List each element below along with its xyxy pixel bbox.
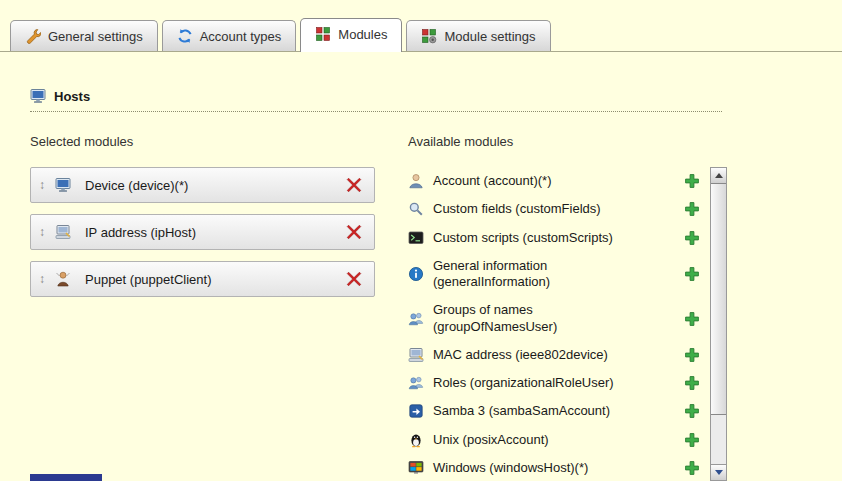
module-label: Custom scripts (customScripts) [433,230,651,246]
group-icon [408,311,424,327]
modules-icon [315,26,331,42]
tab-module-settings[interactable]: Module settings [406,20,550,51]
selected-modules-column: Selected modules ↕Device (device)(*)↕IP … [30,134,382,481]
lam-config-page: General settingsAccount typesModulesModu… [0,0,842,481]
remove-module-button[interactable] [346,177,362,193]
add-module-button[interactable] [684,173,700,189]
module-label: Samba 3 (sambaSamAccount) [433,403,651,419]
hosts-icon [30,88,46,104]
available-modules-heading: Available modules [408,134,738,149]
module-label: Puppet (puppetClient) [85,272,346,287]
add-module-button[interactable] [684,460,700,476]
tab-bar: General settingsAccount typesModulesModu… [0,0,842,52]
add-module-button[interactable] [684,375,700,391]
samba-icon [408,403,424,419]
section-heading: Hosts [30,88,722,112]
module-label: Windows (windowsHost)(*) [433,460,651,476]
remove-module-button[interactable] [346,224,362,240]
available-module-row: MAC address (ieee802device) [408,341,708,369]
module-label: Account (account)(*) [433,173,651,189]
available-module-row: Account (account)(*) [408,167,708,195]
info-icon [408,266,424,282]
available-modules-wrap: Account (account)(*)Custom fields (custo… [408,167,738,481]
module-label: Device (device)(*) [85,178,346,193]
selected-module-row: ↕IP address (ipHost) [30,214,375,250]
group-icon [408,375,424,391]
available-module-row: Unix (posixAccount) [408,426,708,454]
add-module-button[interactable] [684,403,700,419]
module-label: General information (generalInformation) [433,258,651,291]
selected-modules-heading: Selected modules [30,134,382,149]
scrollbar-thumb[interactable] [711,183,726,415]
drag-handle-icon[interactable]: ↕ [39,272,45,286]
selected-modules-list: ↕Device (device)(*)↕IP address (ipHost)↕… [30,167,382,297]
user-icon [408,173,424,189]
cut-off-section-edge [30,474,102,481]
add-module-button[interactable] [684,230,700,246]
selected-module-row: ↕Device (device)(*) [30,167,375,203]
down-arrow-icon [715,470,723,475]
monitor-icon [55,177,71,193]
up-arrow-icon [715,173,723,178]
search-icon [408,201,424,217]
terminal-icon [408,230,424,246]
workstation-icon [408,347,424,363]
workstation-icon [55,224,71,240]
add-module-button[interactable] [684,347,700,363]
content-area: Hosts Selected modules ↕Device (device)(… [0,52,842,481]
available-module-row: Samba 3 (sambaSamAccount) [408,397,708,425]
puppet-icon [55,271,71,287]
tab-modules[interactable]: Modules [300,18,402,52]
tab-general-settings[interactable]: General settings [10,20,158,51]
scrollbar[interactable] [710,167,727,481]
available-module-row: Roles (organizationalRoleUser) [408,369,708,397]
drag-handle-icon[interactable]: ↕ [39,178,45,192]
module-label: Roles (organizationalRoleUser) [433,375,651,391]
add-module-button[interactable] [684,266,700,282]
remove-module-button[interactable] [346,271,362,287]
available-module-row: Custom fields (customFields) [408,195,708,223]
available-module-row: Windows (windowsHost)(*) [408,454,708,481]
unix-icon [408,432,424,448]
available-module-row: Custom scripts (customScripts) [408,224,708,252]
available-module-row: Groups of names (groupOfNamesUser) [408,296,708,341]
available-modules-list: Account (account)(*)Custom fields (custo… [408,167,708,481]
tab-label: Account types [200,29,282,44]
add-module-button[interactable] [684,311,700,327]
module-settings-icon [421,28,437,44]
sync-icon [177,28,193,44]
available-module-row: General information (generalInformation) [408,252,708,297]
add-module-button[interactable] [684,201,700,217]
available-modules-column: Available modules Account (account)(*)Cu… [408,134,738,481]
tab-account-types[interactable]: Account types [162,20,297,51]
scrollbar-down-button[interactable] [711,464,726,480]
add-module-button[interactable] [684,432,700,448]
modules-columns: Selected modules ↕Device (device)(*)↕IP … [30,134,842,481]
windows-icon [408,460,424,476]
module-label: Custom fields (customFields) [433,201,651,217]
module-label: MAC address (ieee802device) [433,347,651,363]
module-label: IP address (ipHost) [85,225,346,240]
tools-icon [25,28,41,44]
section-title: Hosts [54,89,90,104]
scrollbar-up-button[interactable] [711,168,726,184]
drag-handle-icon[interactable]: ↕ [39,225,45,239]
module-label: Groups of names (groupOfNamesUser) [433,302,651,335]
tab-label: Modules [338,27,387,42]
tab-label: General settings [48,29,143,44]
tab-label: Module settings [444,29,535,44]
selected-module-row: ↕Puppet (puppetClient) [30,261,375,297]
module-label: Unix (posixAccount) [433,432,651,448]
